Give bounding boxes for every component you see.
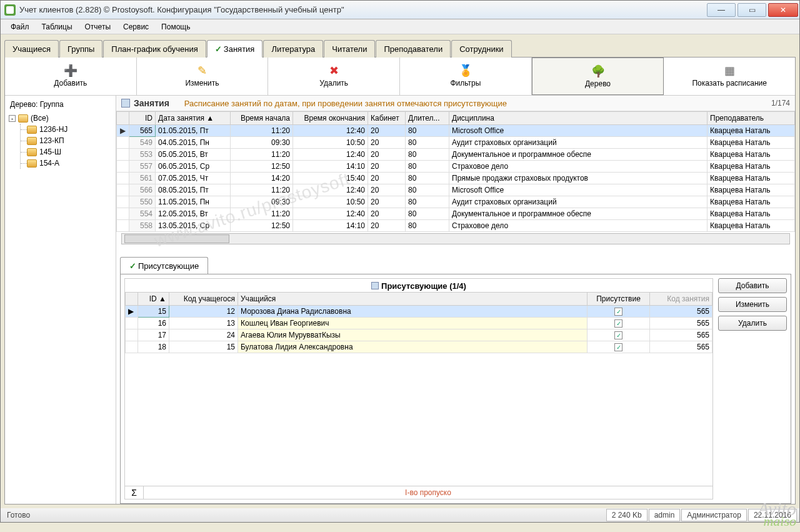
checkbox-icon[interactable]: ✓ [614,331,622,339]
tree-node-145-Ш[interactable]: 145-Ш [21,146,116,158]
table-row[interactable]: 55706.05.2015, Ср12:5014:102080Страховое… [117,161,795,173]
toolbar-Показать расписание[interactable]: ▦Показать расписание [664,58,795,95]
status-memory: 2 240 Kb [606,509,648,521]
toolbar: ➕Добавить✎Изменить✖Удалить🏅Фильтры🌳Дерев… [5,58,795,96]
menubar: Файл Таблицы Отчеты Сервис Помощь [1,19,799,34]
grid-header: Занятия Расписание занятий по датам, при… [116,96,795,111]
toolbar-Добавить[interactable]: ➕Добавить [5,58,137,95]
tab-3[interactable]: ✓Занятия [207,40,263,58]
tree-node-1236-HJ[interactable]: 1236-HJ [21,124,116,135]
folder-icon [27,159,37,168]
tree-root[interactable]: - (Все) [9,113,116,124]
tab-0[interactable]: Учащиеся [4,40,59,58]
checkbox-icon[interactable]: ✓ [614,308,622,316]
horizontal-scrollbar[interactable] [121,233,790,244]
status-role: Администратор [681,509,747,521]
grid-counter: 1/174 [771,99,790,108]
menu-help[interactable]: Помощь [155,21,196,33]
table-row[interactable]: 56608.05.2015, Пт11:2012:402080Microsoft… [117,184,795,196]
col-6[interactable]: Длител... [406,112,449,125]
toolbar-Дерево[interactable]: 🌳Дерево [532,58,664,95]
maximize-button[interactable]: ▭ [738,3,766,17]
lessons-grid[interactable]: IDДата занятия ▲Время началаВремя оконча… [116,111,795,232]
col-5[interactable]: Кабинет [368,112,406,125]
toolbar-Фильтры[interactable]: 🏅Фильтры [400,58,532,95]
table-row[interactable]: 56107.05.2015, Чт14:2015:402080Прямые пр… [117,173,795,184]
att-btn-Изменить[interactable]: Изменить [718,297,787,312]
grid-icon [121,99,130,108]
folder-icon [27,137,37,145]
grid-title: Занятия [134,98,169,108]
table-row[interactable]: ▶56501.05.2015, Пт11:2012:402080Microsof… [117,125,795,137]
folder-icon [27,126,37,134]
attendees-grid[interactable]: ID ▲Код учащегосяУчащийсяПрисутствиеКод … [125,292,712,353]
att-col-1[interactable]: ID ▲ [138,293,169,306]
tab-5[interactable]: Читатели [324,40,375,58]
checkbox-icon[interactable]: ✓ [614,319,622,328]
attendees-footer-label: I-во пропуско [144,486,712,499]
minimize-button[interactable]: — [707,3,736,17]
attendee-row[interactable]: 1815Булатова Лидия Александровна✓565 [126,341,712,353]
att-col-5[interactable]: Код занятия [650,293,712,306]
tree-root-label: (Все) [31,114,49,123]
menu-tables[interactable]: Таблицы [36,21,79,33]
tabs-row: УчащиесяГруппыПлан-график обучения✓Занят… [1,34,799,57]
table-row[interactable]: 55412.05.2015, Вт11:2012:402080Документа… [117,208,795,220]
att-col-3[interactable]: Учащийся [238,293,588,306]
folder-icon [18,114,28,123]
close-button[interactable]: ✕ [768,3,798,17]
att-btn-Удалить[interactable]: Удалить [718,316,787,331]
tree-title: Дерево: Группа [9,98,116,113]
tab-2[interactable]: План-график обучения [103,40,206,58]
menu-reports[interactable]: Отчеты [79,21,117,33]
statusbar: Готово 2 240 Kb admin Администратор 22.1… [1,508,799,522]
col-7[interactable]: Дисциплина [449,112,708,125]
attendee-row[interactable]: ▶1512Морозова Диана Радиславовна✓565 [126,306,712,318]
menu-file[interactable]: Файл [4,21,36,33]
col-4[interactable]: Время окончания [293,112,368,125]
tab-attendees[interactable]: ✓Присутсвующие [120,257,208,274]
table-row[interactable]: 55305.05.2015, Вт11:2012:402080Документа… [117,149,795,161]
tab-7[interactable]: Сотрудники [451,40,511,58]
status-ready: Готово [3,511,605,519]
titlebar[interactable]: Учет клиентов (2.828) © Prostoysoft. Кон… [1,1,799,19]
att-col-4[interactable]: Присутствие [588,293,650,306]
tab-4[interactable]: Литература [263,40,323,58]
menu-service[interactable]: Сервис [117,21,155,33]
col-1[interactable]: ID [129,112,156,125]
app-icon [4,4,16,16]
tab-1[interactable]: Группы [59,40,102,58]
expand-icon[interactable]: - [9,115,16,122]
table-row[interactable]: 55011.05.2015, Пн09:3010:502080Аудит стр… [117,196,795,208]
status-user: admin [649,509,681,521]
attendee-row[interactable]: 1613Кошлец Иван Георгиевич✓565 [126,318,712,329]
folder-icon [27,148,37,156]
window-title: Учет клиентов (2.828) © Prostoysoft. Кон… [19,5,707,14]
tree-node-123-КП[interactable]: 123-КП [21,135,116,146]
col-0[interactable] [117,112,129,125]
checkbox-icon[interactable]: ✓ [614,343,622,351]
col-2[interactable]: Дата занятия ▲ [156,112,231,125]
sigma-icon: Σ [125,486,144,499]
att-col-2[interactable]: Код учащегося [169,293,238,306]
watermark: Avito maiso [758,499,796,528]
col-3[interactable]: Время начала [231,112,293,125]
tree-node-154-А[interactable]: 154-А [21,158,116,169]
tab-6[interactable]: Преподаватели [376,40,451,58]
toolbar-Удалить[interactable]: ✖Удалить [268,58,400,95]
table-row[interactable]: 55813.05.2015, Ср12:5014:102080Страховое… [117,220,795,232]
toolbar-Изменить[interactable]: ✎Изменить [137,58,269,95]
grid-subtitle: Расписание занятий по датам, при проведе… [184,99,507,108]
table-row[interactable]: 54904.05.2015, Пн09:3010:502080Аудит стр… [117,137,795,149]
tree-pane: Дерево: Группа - (Все) 1236-HJ123-КП145-… [5,96,116,504]
att-col-0[interactable] [126,293,138,306]
attendees-title: Присутсвующие (1/4) [125,279,712,292]
att-btn-Добавить[interactable]: Добавить [718,278,787,293]
col-8[interactable]: Преподаватель [708,112,795,125]
attendee-row[interactable]: 1724Агаева Юлия МурувватКызы✓565 [126,329,712,341]
